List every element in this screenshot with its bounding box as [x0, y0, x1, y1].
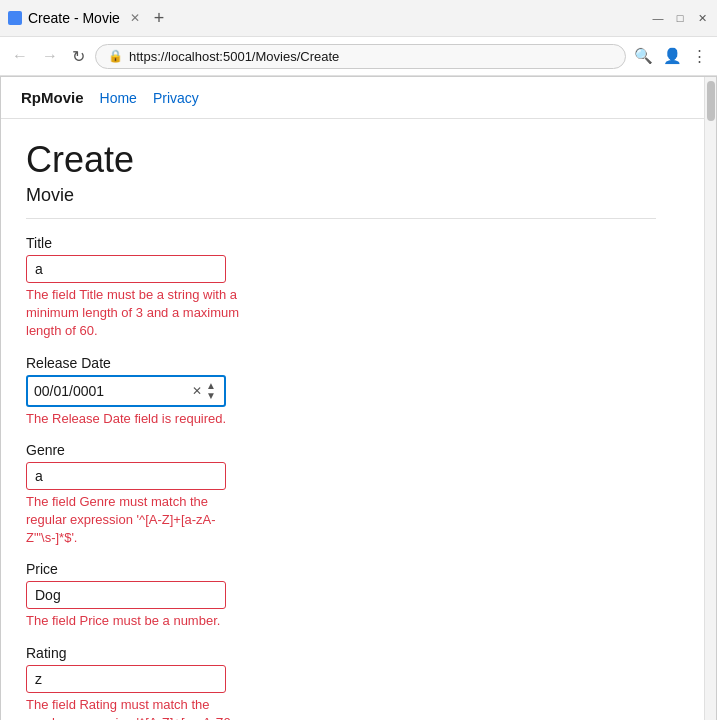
date-clear-icon[interactable]: ✕ — [192, 384, 202, 398]
address-input[interactable]: 🔒 https://localhost:5001/Movies/Create — [95, 44, 626, 69]
title-input[interactable] — [26, 255, 226, 283]
title-label: Title — [26, 235, 656, 251]
main-content: Create Movie Title The field Title must … — [1, 119, 681, 720]
genre-error: The field Genre must match the regular e… — [26, 493, 246, 548]
title-group: Title The field Title must be a string w… — [26, 235, 656, 341]
page-heading: Create — [26, 139, 656, 181]
page-subheading: Movie — [26, 185, 656, 206]
scrollbar-thumb — [707, 81, 715, 121]
title-bar-left: Create - Movie ✕ + — [8, 8, 168, 29]
search-icon-button[interactable]: 🔍 — [632, 45, 655, 67]
release-date-label: Release Date — [26, 355, 656, 371]
site-nav: RpMovie Home Privacy — [1, 77, 716, 119]
date-spin-buttons: ▲ ▼ — [204, 381, 218, 401]
rating-group: Rating The field Rating must match the r… — [26, 645, 656, 721]
new-tab-button[interactable]: + — [150, 8, 169, 29]
date-down-button[interactable]: ▼ — [204, 391, 218, 401]
menu-icon-button[interactable]: ⋮ — [690, 45, 709, 67]
window-controls: — □ ✕ — [651, 11, 709, 25]
profile-icon-button[interactable]: 👤 — [661, 45, 684, 67]
lock-icon: 🔒 — [108, 49, 123, 63]
price-group: Price The field Price must be a number. — [26, 561, 656, 630]
privacy-link[interactable]: Privacy — [153, 90, 199, 106]
genre-label: Genre — [26, 442, 656, 458]
release-date-input[interactable]: 00/01/0001 ✕ ▲ ▼ — [26, 375, 226, 407]
refresh-button[interactable]: ↻ — [68, 45, 89, 68]
date-value: 00/01/0001 — [34, 383, 192, 399]
home-link[interactable]: Home — [100, 90, 137, 106]
price-error: The field Price must be a number. — [26, 612, 246, 630]
release-date-error: The Release Date field is required. — [26, 410, 246, 428]
genre-group: Genre The field Genre must match the reg… — [26, 442, 656, 548]
address-bar: ← → ↻ 🔒 https://localhost:5001/Movies/Cr… — [0, 36, 717, 76]
url-text: https://localhost:5001/Movies/Create — [129, 49, 339, 64]
release-date-group: Release Date 00/01/0001 ✕ ▲ ▼ The Releas… — [26, 355, 656, 428]
create-movie-form: Title The field Title must be a string w… — [26, 235, 656, 720]
browser-chrome: Create - Movie ✕ + — □ ✕ ← → ↻ 🔒 https:/… — [0, 0, 717, 77]
page-wrapper: RpMovie Home Privacy Create Movie Title … — [0, 77, 717, 720]
forward-button[interactable]: → — [38, 45, 62, 67]
tab-close-button[interactable]: ✕ — [130, 11, 140, 25]
price-label: Price — [26, 561, 656, 577]
maximize-button[interactable]: □ — [673, 11, 687, 25]
close-button[interactable]: ✕ — [695, 11, 709, 25]
brand-link[interactable]: RpMovie — [21, 89, 84, 106]
tab-favicon — [8, 11, 22, 25]
address-actions: 🔍 👤 ⋮ — [632, 45, 709, 67]
back-button[interactable]: ← — [8, 45, 32, 67]
rating-label: Rating — [26, 645, 656, 661]
rating-error: The field Rating must match the regular … — [26, 696, 246, 721]
title-error: The field Title must be a string with a … — [26, 286, 246, 341]
tab-title: Create - Movie — [28, 10, 120, 26]
title-bar: Create - Movie ✕ + — □ ✕ — [0, 0, 717, 36]
scrollbar[interactable] — [704, 77, 716, 720]
minimize-button[interactable]: — — [651, 11, 665, 25]
rating-input[interactable] — [26, 665, 226, 693]
divider — [26, 218, 656, 219]
price-input[interactable] — [26, 581, 226, 609]
genre-input[interactable] — [26, 462, 226, 490]
